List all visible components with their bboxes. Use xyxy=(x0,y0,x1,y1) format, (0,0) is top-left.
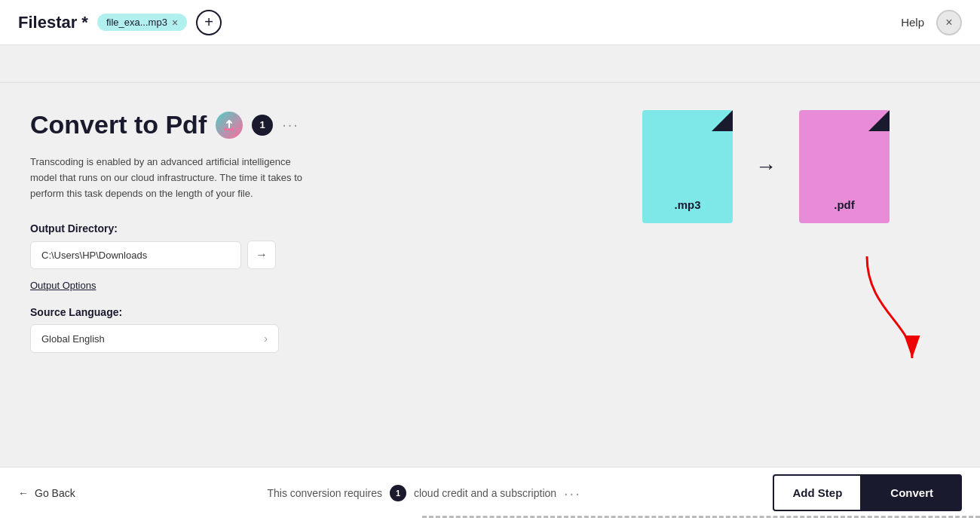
red-arrow-annotation xyxy=(844,249,935,369)
go-back-button[interactable]: ← Go Back xyxy=(18,487,75,499)
badge-number: 1 xyxy=(252,115,273,136)
conversion-arrow-icon: → xyxy=(755,155,776,179)
conversion-illustration: .mp3 → .pdf xyxy=(642,110,890,223)
chevron-right-icon: › xyxy=(264,333,268,345)
file-corner-pink xyxy=(868,110,890,131)
output-directory-label: Output Directory: xyxy=(30,222,950,234)
convert-button[interactable]: Convert xyxy=(862,474,962,511)
page-title-text: Convert to Pdf xyxy=(30,110,207,139)
go-back-label: Go Back xyxy=(35,487,75,499)
footer-dashed-line xyxy=(422,515,980,518)
footer-actions: Add Step Convert xyxy=(773,474,962,511)
arrow-left-icon: ← xyxy=(18,487,29,499)
main-content: Convert to Pdf 1 ··· Transcoding is enab… xyxy=(0,83,980,467)
source-language-select[interactable]: Global English › xyxy=(30,324,279,353)
close-button[interactable]: × xyxy=(936,10,962,35)
target-file-ext: .pdf xyxy=(834,198,855,211)
page-title: Convert to Pdf xyxy=(30,110,207,139)
footer-info: This conversion requires 1 cloud credit … xyxy=(267,485,580,501)
app-title: Filestar * xyxy=(18,13,88,32)
help-link[interactable]: Help xyxy=(901,16,924,29)
conversion-requires-text: This conversion requires xyxy=(267,487,382,499)
output-directory-row: → xyxy=(30,241,950,269)
source-language-value: Global English xyxy=(41,333,105,345)
file-tag-close-icon[interactable]: × xyxy=(172,17,178,28)
target-file-card: .pdf xyxy=(799,110,890,223)
arrow-right-icon: → xyxy=(256,248,268,262)
file-corner-cyan xyxy=(712,110,733,131)
source-file-card: .mp3 xyxy=(642,110,733,223)
add-step-button[interactable]: Add Step xyxy=(773,474,862,511)
footer-dots: ··· xyxy=(564,486,581,501)
tabs-bar xyxy=(0,45,980,83)
output-options-link[interactable]: Output Options xyxy=(30,280,950,291)
header-left: Filestar * file_exa...mp3 × + xyxy=(18,10,222,35)
footer: ← Go Back This conversion requires 1 clo… xyxy=(0,467,980,518)
file-tag-label: file_exa...mp3 xyxy=(106,17,167,28)
add-file-button[interactable]: + xyxy=(196,10,222,35)
upload-icon xyxy=(223,119,235,131)
subscription-text: cloud credit and a subscription xyxy=(414,487,556,499)
header-right: Help × xyxy=(901,10,962,35)
file-tag[interactable]: file_exa...mp3 × xyxy=(97,14,187,31)
more-options-button[interactable]: ··· xyxy=(282,116,299,133)
header: Filestar * file_exa...mp3 × + Help × xyxy=(0,0,980,45)
source-language-label: Source Language: xyxy=(30,306,950,318)
close-icon: × xyxy=(945,16,952,29)
credit-badge: 1 xyxy=(390,485,406,501)
output-directory-input[interactable] xyxy=(30,241,241,269)
source-file-ext: .mp3 xyxy=(674,198,700,211)
description-text: Transcoding is enabled by an advanced ar… xyxy=(30,155,317,201)
output-directory-browse-button[interactable]: → xyxy=(247,241,276,269)
upload-icon-badge xyxy=(216,112,243,139)
